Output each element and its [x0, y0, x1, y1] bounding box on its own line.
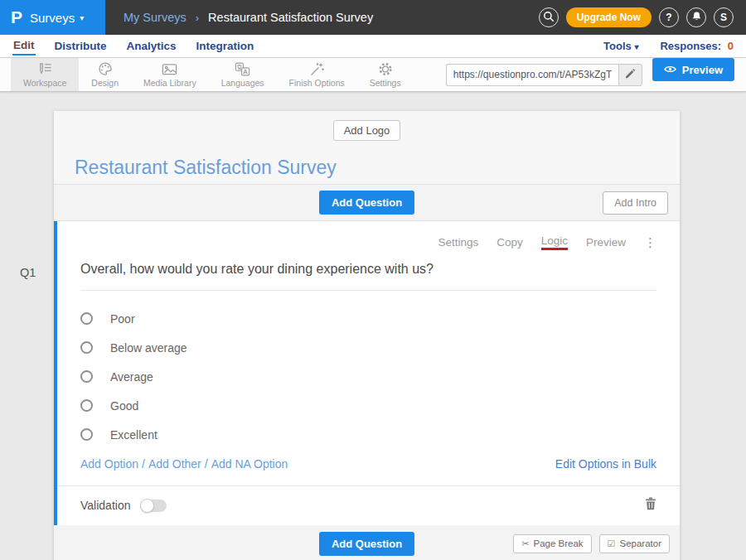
separator-button[interactable]: ☑ Separator [599, 534, 670, 553]
toggle-knob [140, 499, 154, 513]
toolbar-tab-label: Media Library [143, 78, 196, 88]
toolbar-tab-label: Settings [370, 78, 401, 88]
add-question-strip-top: Add Question Add Intro [54, 185, 680, 221]
survey-nav: Edit Distribute Analytics Integration To… [0, 35, 746, 58]
add-logo-button[interactable]: Add Logo [333, 120, 401, 141]
survey-title[interactable]: Restaurant Satisfaction Survey [75, 157, 680, 179]
answer-option-row: Below average [80, 341, 656, 354]
option-label[interactable]: Excellent [110, 428, 157, 442]
add-other-link[interactable]: Add Other [148, 457, 201, 471]
preview-button[interactable]: Preview [652, 58, 734, 81]
kebab-menu-icon[interactable]: ⋮ [644, 235, 656, 250]
help-button[interactable]: ? [659, 7, 679, 27]
radio-button-icon[interactable] [80, 399, 93, 412]
page-break-button[interactable]: ✂ Page Break [513, 534, 591, 553]
trash-icon [645, 497, 656, 514]
option-label[interactable]: Below average [110, 341, 187, 355]
image-icon [161, 61, 178, 77]
account-avatar[interactable]: S [714, 7, 734, 27]
upgrade-now-button[interactable]: Upgrade Now [566, 7, 652, 27]
radio-button-icon[interactable] [80, 341, 93, 354]
chevron-down-icon: ▾ [80, 13, 84, 22]
search-button[interactable] [539, 7, 559, 27]
editor-toolbar: Workspace Design Media Library Languages… [0, 58, 746, 92]
eye-icon [664, 64, 676, 76]
answer-option-row: Average [80, 370, 656, 383]
survey-header: Add Logo Restaurant Satisfaction Survey [54, 111, 680, 185]
strip-right-buttons: ✂ Page Break ☑ Separator [513, 534, 670, 553]
tools-label: Tools [603, 40, 632, 52]
magic-wand-icon [308, 61, 325, 77]
search-icon [543, 11, 555, 25]
answer-option-row: Good [80, 399, 656, 412]
product-switcher[interactable]: P Surveys ▾ [0, 0, 105, 35]
gear-icon [377, 61, 394, 77]
link-separator: / [205, 457, 208, 471]
bell-icon [691, 11, 702, 24]
delete-question-button[interactable] [645, 497, 656, 514]
survey-canvas: Add Logo Restaurant Satisfaction Survey … [0, 92, 746, 560]
separator-label: Separator [619, 538, 661, 548]
nav-tab-analytics[interactable]: Analytics [126, 37, 177, 55]
edit-options-in-bulk-link[interactable]: Edit Options in Bulk [555, 457, 656, 471]
nav-tab-edit[interactable]: Edit [12, 36, 36, 56]
toolbar-tab-media-library[interactable]: Media Library [131, 58, 209, 91]
radio-button-icon[interactable] [80, 312, 93, 325]
checkbox-icon: ☑ [608, 538, 616, 549]
page-break-label: Page Break [534, 538, 584, 548]
validation-label: Validation [80, 499, 130, 512]
question-block-q1: Q1 Settings Copy Logic Preview ⋮ Overall… [54, 221, 680, 525]
question-mark-icon: ? [666, 12, 671, 23]
toolbar-tab-label: Workspace [23, 78, 66, 88]
scissors-icon: ✂ [521, 538, 529, 549]
validation-toggle[interactable] [140, 500, 167, 512]
option-actions-row: Add Option/Add Other/Add NA Option Edit … [80, 457, 656, 471]
survey-url-input[interactable] [446, 64, 618, 86]
toolbar-tab-finish-options[interactable]: Finish Options [277, 58, 357, 91]
nav-right: Tools ▾ Responses: 0 [603, 40, 734, 52]
add-option-link[interactable]: Add Option [80, 457, 138, 471]
breadcrumb-separator-icon: › [196, 12, 199, 24]
questionpro-logo-icon: P [11, 7, 22, 27]
responses-counter[interactable]: Responses: 0 [660, 40, 734, 52]
nav-tab-integration[interactable]: Integration [196, 37, 255, 55]
responses-label: Responses: [660, 40, 721, 52]
toolbar-tab-settings[interactable]: Settings [357, 58, 414, 91]
avatar-initial: S [720, 12, 727, 23]
answer-options-list: Poor Below average Average Good Excellen… [80, 312, 656, 441]
breadcrumb: My Surveys › Restaurant Satisfaction Sur… [124, 11, 373, 24]
toolbar-tab-design[interactable]: Design [79, 58, 131, 91]
breadcrumb-current-survey: Restaurant Satisfaction Survey [208, 11, 373, 24]
add-question-button-bottom[interactable]: Add Question [319, 532, 414, 556]
radio-button-icon[interactable] [80, 428, 93, 441]
question-logic-link[interactable]: Logic [541, 234, 568, 250]
validation-row: Validation [57, 485, 680, 525]
link-separator: / [142, 457, 145, 471]
add-question-button-top[interactable]: Add Question [319, 191, 414, 215]
workspace-icon [36, 61, 54, 77]
survey-card: Add Logo Restaurant Satisfaction Survey … [54, 111, 680, 560]
toolbar-tab-workspace[interactable]: Workspace [11, 58, 79, 91]
share-url-group [446, 58, 642, 91]
add-intro-button[interactable]: Add Intro [603, 191, 668, 215]
chevron-down-icon: ▾ [634, 42, 638, 51]
question-copy-link[interactable]: Copy [497, 236, 523, 249]
product-name: Surveys [30, 11, 75, 25]
question-text[interactable]: Overall, how would you rate your dining … [80, 262, 656, 291]
toolbar-tab-languages[interactable]: Languages [209, 58, 277, 91]
nav-tab-distribute[interactable]: Distribute [54, 37, 108, 55]
tools-dropdown[interactable]: Tools ▾ [603, 40, 638, 52]
add-option-links: Add Option/Add Other/Add NA Option [80, 457, 288, 471]
breadcrumb-my-surveys[interactable]: My Surveys [124, 11, 186, 24]
option-label[interactable]: Good [110, 399, 138, 413]
question-preview-link[interactable]: Preview [586, 236, 626, 249]
notifications-button[interactable] [686, 7, 706, 27]
add-na-option-link[interactable]: Add NA Option [211, 457, 288, 471]
question-settings-link[interactable]: Settings [438, 236, 478, 249]
edit-url-button[interactable] [618, 64, 642, 86]
option-label[interactable]: Poor [110, 312, 135, 326]
radio-button-icon[interactable] [80, 370, 93, 383]
answer-option-row: Excellent [80, 428, 656, 441]
option-label[interactable]: Average [110, 370, 153, 384]
question-action-menu: Settings Copy Logic Preview ⋮ [80, 234, 656, 250]
